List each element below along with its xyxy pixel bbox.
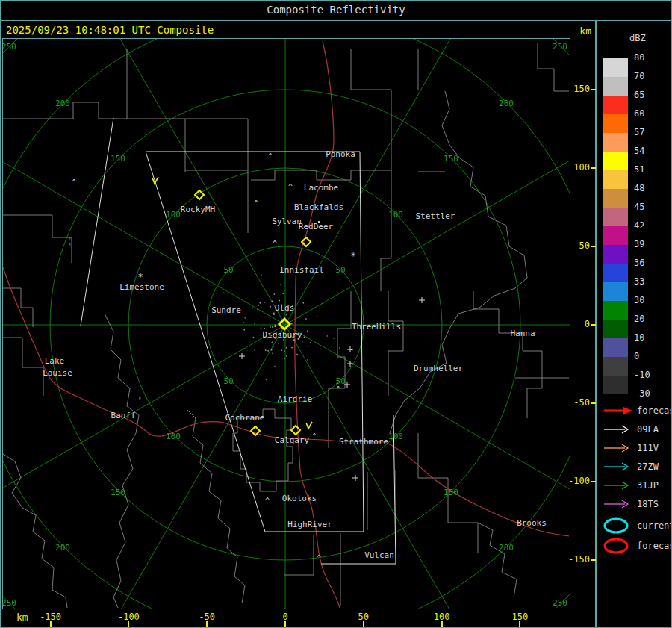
clutter-speckle [303, 302, 305, 304]
x-axis-tick-label: -50 [192, 612, 222, 622]
ring-distance-label: 250 [3, 598, 16, 608]
clutter-speckle [252, 308, 253, 309]
city-label: Cochrane [225, 413, 265, 423]
city-label: RockyMH [181, 205, 215, 214]
ring-distance-label: 250 [553, 42, 567, 52]
county-boundary [390, 91, 527, 433]
x-axis-tick-label: 0 [270, 612, 300, 622]
peak-caret-marker: ^ [317, 554, 321, 562]
colorbar-swatch [603, 96, 628, 114]
check-marker [306, 422, 312, 429]
colorbar-swatch [603, 320, 628, 338]
ring-distance-label: 100 [166, 432, 181, 441]
echo-pixel [69, 243, 71, 246]
radar-map[interactable]: ^^^^^^^^^**50505050100100100100150150150… [3, 39, 570, 609]
city-label: Louise [43, 368, 72, 378]
colorbar-tick-label: 20 [634, 314, 664, 324]
clutter-speckle [302, 341, 303, 342]
city-label: Sundre [211, 305, 241, 315]
colorbar-title: dBZ [629, 33, 646, 43]
clutter-speckle [272, 326, 273, 328]
clutter-speckle [275, 326, 276, 327]
ring-distance-label: 100 [166, 210, 181, 220]
colorbar-swatch [603, 152, 628, 170]
station-plus-marker [419, 297, 425, 303]
colorbar-tick-label: -30 [634, 388, 664, 399]
colorbar-tick-label: 57 [634, 127, 664, 137]
x-axis-tick-mark [441, 621, 443, 627]
clutter-speckle [307, 359, 308, 361]
range-ring [3, 39, 570, 609]
county-boundary [473, 291, 542, 418]
clutter-speckle [264, 302, 266, 303]
peak-caret-marker: ^ [265, 497, 270, 505]
county-boundary [284, 535, 314, 575]
city-label: Lacombe [304, 183, 338, 193]
city-label: Vulcan [364, 550, 394, 560]
peak-caret-marker: ^ [336, 385, 340, 394]
y-axis-tick-mark [591, 167, 596, 169]
clutter-speckle [296, 354, 298, 355]
colorbar-tick-label: 36 [634, 258, 664, 268]
clutter-speckle [255, 323, 256, 325]
timestamp-label: 2025/09/23 10:48:01 UTC Composite [6, 24, 214, 36]
x-axis-tick-label: 50 [349, 612, 379, 622]
y-axis-tick-mark [591, 246, 596, 247]
window-title: Composite_Reflectivity [0, 0, 672, 21]
check-marker [152, 177, 158, 184]
station-plus-marker [239, 353, 245, 359]
clutter-speckle [284, 358, 285, 360]
echo-pixel [139, 397, 141, 400]
city-label: Limestone [119, 282, 164, 292]
clutter-speckle [258, 309, 259, 311]
peak-caret-marker: ^ [268, 152, 273, 161]
peak-caret-marker: ^ [288, 183, 293, 191]
clutter-speckle [271, 349, 273, 351]
ring-distance-label: 150 [444, 154, 458, 164]
legend-item: 18TS [602, 498, 659, 510]
county-boundary [478, 523, 517, 597]
station-star-marker: * [137, 272, 143, 282]
legend-item-label: forecast [637, 541, 672, 551]
county-boundary [187, 409, 245, 603]
y-axis-unit-label: km [569, 25, 591, 37]
legend-item-label: 111V [637, 443, 659, 453]
clutter-speckle [261, 327, 262, 329]
county-boundary [3, 454, 67, 608]
city-label: Banff [111, 411, 135, 420]
coverage-sector-outline [81, 118, 113, 326]
clutter-speckle [272, 353, 273, 355]
colorbar-tick-label: 30 [634, 295, 664, 305]
clutter-speckle [260, 302, 261, 304]
colorbar-swatch [603, 245, 628, 264]
colorbar-swatch [603, 208, 628, 226]
clutter-speckle [317, 317, 318, 318]
clutter-speckle [270, 306, 272, 308]
clutter-speckle [245, 317, 246, 319]
clutter-speckle [264, 328, 265, 329]
county-boundary [3, 338, 43, 396]
clutter-speckle [339, 347, 340, 349]
legend-item: forecast [602, 537, 672, 555]
range-ring [3, 39, 570, 609]
city-label: Airdrie [278, 394, 312, 404]
echo-pixel [69, 237, 71, 240]
clutter-speckle [279, 343, 280, 344]
legend-item: current [602, 517, 672, 535]
ring-distance-label: 200 [499, 99, 514, 108]
clutter-speckle [264, 348, 265, 349]
ring-distance-label: 150 [111, 488, 125, 497]
colorbar-swatch [603, 58, 628, 77]
ring-distance-label: 100 [388, 432, 403, 441]
track-arrow-icon [602, 442, 635, 454]
radar-map-frame[interactable]: ^^^^^^^^^**50505050100100100100150150150… [2, 38, 570, 609]
radar-site-diamond[interactable] [291, 426, 300, 435]
ring-distance-label: 50 [223, 265, 233, 275]
clutter-speckle [279, 300, 281, 302]
colorbar-swatch [603, 170, 628, 189]
county-boundary [105, 314, 139, 608]
colorbar-swatch [603, 282, 628, 301]
city-label: Lake [45, 356, 65, 366]
ring-distance-label: 100 [388, 210, 403, 220]
city-label: Blackfalds [294, 202, 343, 212]
